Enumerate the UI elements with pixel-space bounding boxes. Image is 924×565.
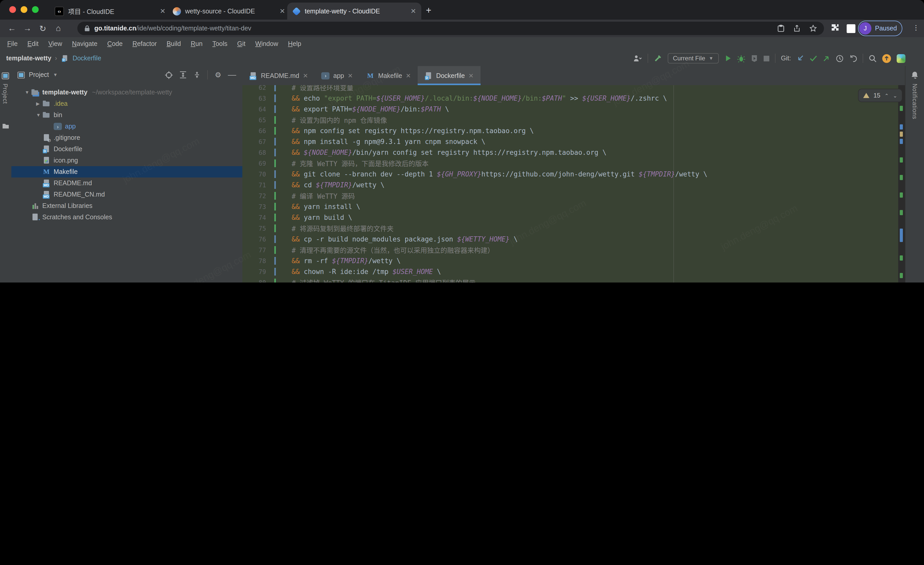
tree-item-app[interactable]: ›app [47,121,76,132]
locate-file-icon[interactable] [165,71,173,79]
prev-issue-icon[interactable]: ⌃ [885,93,889,98]
menu-navigate[interactable]: Navigate [72,40,98,48]
chevron-expanded-icon[interactable]: ▼ [25,90,31,95]
tab-close-icon[interactable]: ✕ [303,72,308,79]
settings-gear-icon[interactable]: ⚙ [215,71,221,79]
menu-build[interactable]: Build [166,40,181,48]
browser-tab-1[interactable]: ‹› 项目 - CloudIDE ✕ [50,3,171,20]
tree-item--idea[interactable]: ▶.idea [36,98,68,110]
editor-tab-readme-md[interactable]: MDREADME.md✕ [242,66,315,85]
history-clock-icon[interactable] [836,54,844,62]
home-icon[interactable]: ⌂ [51,24,66,33]
stripe-mark[interactable] [900,175,903,180]
coverage-icon[interactable] [750,54,758,62]
error-stripe[interactable] [898,85,905,282]
stripe-mark[interactable] [900,139,903,144]
stripe-mark[interactable] [900,106,903,111]
stripe-mark[interactable] [900,255,903,261]
stripe-mark[interactable] [900,124,903,129]
expand-all-icon[interactable] [180,71,187,78]
browser-tab-2[interactable]: wetty-source - CloudIDE ✕ [168,3,290,20]
collapse-all-icon[interactable] [194,71,201,78]
chevron-expanded-icon[interactable]: ▼ [36,113,42,118]
menu-edit[interactable]: Edit [27,40,38,48]
menu-tools[interactable]: Tools [212,40,227,48]
project-tool-icon[interactable] [2,72,9,80]
traffic-light-minimize[interactable] [21,6,27,13]
update-available-icon[interactable] [882,54,891,63]
run-config-selector[interactable]: Current File ▼ [668,53,718,63]
hide-panel-icon[interactable]: — [228,70,236,80]
editor[interactable]: 62 # 设置路径环境变量63 && echo "export PATH=${U… [242,85,905,282]
tree-item-readme-cn-md[interactable]: MDREADME_CN.md [36,189,105,200]
editor-tab-dockerfile[interactable]: DDockerfile✕ [418,66,480,85]
stop-button[interactable] [764,56,769,61]
share-icon[interactable] [794,25,800,32]
browser-tab-3-active[interactable]: template-wetty - CloudIDE ✕ [287,3,421,20]
commit-tool-icon[interactable] [2,123,9,129]
stripe-mark[interactable] [900,273,903,278]
tab-close-icon[interactable]: ✕ [160,7,165,15]
menu-git[interactable]: Git [237,40,245,48]
breadcrumb-file[interactable]: Dockerfile [72,55,101,62]
tab-close-icon[interactable]: ✕ [348,72,353,79]
forward-icon[interactable]: → [20,24,35,33]
bookmark-card-icon[interactable] [778,25,784,32]
git-commit-check-icon[interactable] [810,55,817,62]
stripe-mark[interactable] [900,157,903,162]
stripe-label-project[interactable]: Project [2,84,8,104]
editor-tab-app[interactable]: ›app✕ [315,66,360,85]
stripe-mark[interactable] [900,228,903,242]
tree-item--gitignore[interactable]: .gitignore [36,132,80,143]
new-tab-button[interactable]: + [426,5,431,16]
build-hammer-icon[interactable] [654,54,662,62]
traffic-light-zoom[interactable] [32,6,39,13]
breadcrumb-project[interactable]: template-wetty [6,55,51,62]
git-push-icon[interactable] [823,55,830,62]
menu-code[interactable]: Code [107,40,123,48]
stripe-mark[interactable] [900,132,903,137]
menu-view[interactable]: View [48,40,62,48]
tree-item-makefile[interactable]: MMakefile [36,166,78,177]
sidebar-panel-icon[interactable] [847,24,855,33]
tree-item-scratches-and-consoles[interactable]: Scratches and Consoles [25,212,112,223]
menu-file[interactable]: File [7,40,18,48]
profile-chip[interactable]: J Paused [858,21,903,36]
editor-tab-makefile[interactable]: MMakefile✕ [360,66,418,85]
tree-item-external-libraries[interactable]: External Libraries [25,200,93,212]
tab-close-icon[interactable]: ✕ [468,72,474,79]
tab-close-icon[interactable]: ✕ [406,72,411,79]
stripe-mark[interactable] [900,210,903,215]
tab-close-icon[interactable]: ✕ [410,7,416,15]
menu-window[interactable]: Window [255,40,278,48]
tree-item-template-wetty[interactable]: ▼template-wetty~/workspace/template-wett… [25,87,172,98]
next-issue-icon[interactable]: ⌄ [893,93,897,98]
menu-refactor[interactable]: Refactor [132,40,157,48]
reload-icon[interactable]: ↻ [35,24,51,33]
editor-tab-options-icon[interactable]: ⋮ [912,70,920,80]
ide-logo-icon[interactable] [897,54,905,63]
search-everywhere-icon[interactable] [869,54,877,62]
tree-item-dockerfile[interactable]: DDockerfile [36,143,82,155]
menu-help[interactable]: Help [288,40,301,48]
extensions-puzzle-icon[interactable] [831,24,839,32]
tab-close-icon[interactable]: ✕ [279,7,285,15]
address-bar[interactable]: go.titanide.cn/ide/web/coding/template-w… [77,22,824,35]
inspections-widget[interactable]: 15 ⌃ ⌄ [858,89,902,102]
traffic-light-close[interactable] [9,6,16,13]
back-icon[interactable]: ← [4,24,20,33]
git-update-icon[interactable] [796,55,804,62]
profile-settings-icon[interactable] [633,54,642,62]
chrome-menu-icon[interactable]: ⋮ [913,24,920,32]
stripe-label-notifications[interactable]: Notifications [912,84,918,119]
chevron-collapsed-icon[interactable]: ▶ [36,101,42,106]
run-button[interactable] [724,55,731,62]
stripe-mark[interactable] [900,192,903,198]
tree-item-bin[interactable]: ▼bin [36,110,62,121]
tree-item-readme-md[interactable]: MDREADME.md [36,177,92,189]
menu-run[interactable]: Run [191,40,202,48]
debug-bug-icon[interactable] [737,54,745,62]
bookmark-star-icon[interactable] [810,25,817,32]
tree-item-icon-png[interactable]: icon.png [36,155,78,166]
rollback-icon[interactable] [849,55,857,62]
